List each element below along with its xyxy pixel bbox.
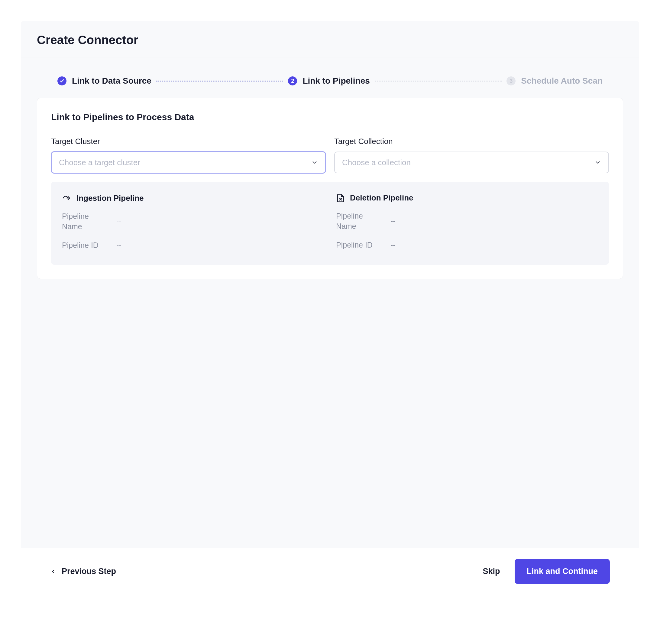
chevron-left-icon <box>50 569 56 575</box>
step-badge-number: 2 <box>288 76 297 86</box>
target-collection-label: Target Collection <box>334 137 609 146</box>
pipeline-id-label: Pipeline ID <box>62 240 104 251</box>
pipeline-id-value: -- <box>391 240 396 249</box>
target-collection-select[interactable]: Choose a collection <box>334 152 609 173</box>
link-pipelines-card: Link to Pipelines to Process Data Target… <box>37 98 623 279</box>
page-title: Create Connector <box>37 33 623 47</box>
select-placeholder: Choose a target cluster <box>59 158 140 167</box>
pipeline-name-value: -- <box>116 217 122 226</box>
pipeline-id-label: Pipeline ID <box>336 240 378 250</box>
pipeline-name-label: Pipeline Name <box>62 211 104 232</box>
check-icon <box>58 76 66 86</box>
step-link-data-source[interactable]: Link to Data Source <box>58 76 151 86</box>
ingestion-pipeline-title: Ingestion Pipeline <box>76 193 144 203</box>
pipeline-name-value: -- <box>391 217 396 226</box>
previous-step-button[interactable]: Previous Step <box>50 567 116 576</box>
ingestion-icon <box>62 193 72 203</box>
stepper: Link to Data Source 2 Link to Pipelines … <box>21 58 639 98</box>
footer-actions: Previous Step Skip Link and Continue <box>21 548 639 595</box>
ingestion-pipeline-section: Ingestion Pipeline Pipeline Name -- Pipe… <box>62 193 324 250</box>
chevron-down-icon <box>311 159 318 166</box>
target-cluster-label: Target Cluster <box>51 137 326 146</box>
target-cluster-select[interactable]: Choose a target cluster <box>51 152 326 173</box>
step-schedule-auto-scan: 3 Schedule Auto Scan <box>506 76 602 86</box>
link-and-continue-button[interactable]: Link and Continue <box>515 559 610 584</box>
pipeline-name-label: Pipeline Name <box>336 211 378 232</box>
step-connector <box>156 80 283 82</box>
step-link-pipelines[interactable]: 2 Link to Pipelines <box>288 76 370 86</box>
step-label: Schedule Auto Scan <box>521 76 602 86</box>
pipeline-id-value: -- <box>116 241 122 250</box>
deletion-pipeline-title: Deletion Pipeline <box>350 193 413 203</box>
step-badge-number: 3 <box>506 76 515 86</box>
step-connector <box>375 80 502 82</box>
card-title: Link to Pipelines to Process Data <box>51 112 609 122</box>
select-placeholder: Choose a collection <box>342 158 411 167</box>
skip-button[interactable]: Skip <box>483 567 500 576</box>
step-label: Link to Data Source <box>72 76 151 86</box>
pipeline-info-panel: Ingestion Pipeline Pipeline Name -- Pipe… <box>51 182 609 265</box>
deletion-pipeline-section: Deletion Pipeline Pipeline Name -- Pipel… <box>336 193 598 250</box>
deletion-icon <box>336 193 345 203</box>
previous-step-label: Previous Step <box>62 567 116 576</box>
step-label: Link to Pipelines <box>303 76 370 86</box>
chevron-down-icon <box>594 159 601 166</box>
